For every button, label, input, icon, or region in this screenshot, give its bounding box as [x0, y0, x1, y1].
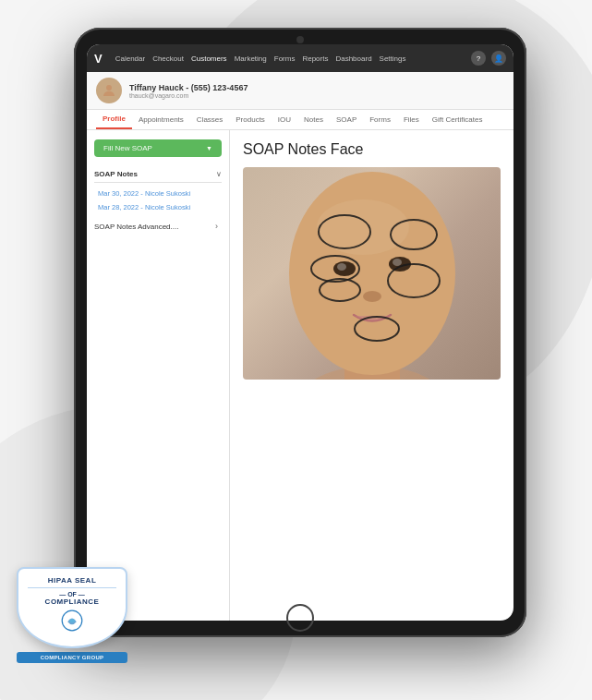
sub-nav: Profile Appointments Classes Products IO…: [87, 110, 513, 130]
nav-item-forms[interactable]: Forms: [274, 54, 296, 63]
tab-appointments[interactable]: Appointments: [132, 111, 190, 128]
nav-logo: V: [94, 52, 103, 66]
tab-soap[interactable]: SOAP: [330, 111, 363, 128]
hipaa-divider: [28, 587, 116, 588]
dropdown-arrow-icon: ▼: [206, 145, 212, 151]
help-icon[interactable]: ?: [471, 51, 486, 66]
soap-notes-section-header[interactable]: SOAP Notes ∨: [94, 166, 222, 183]
tab-products[interactable]: Products: [229, 111, 272, 128]
nav-bar: V Calendar Checkout Customers Marketing …: [87, 44, 513, 72]
avatar: [96, 78, 122, 103]
hipaa-compliance-text: COMPLIANCE: [28, 597, 116, 606]
soap-entry-2[interactable]: Mar 28, 2022 - Nicole Sukoski: [94, 200, 222, 214]
fill-soap-button[interactable]: Fill New SOAP ▼: [94, 139, 222, 157]
patient-header: Tiffany Hauck - (555) 123-4567 thauck@va…: [87, 72, 513, 110]
nav-right: ? 👤: [471, 51, 506, 66]
patient-email: thauck@vagaro.com: [129, 92, 248, 99]
nav-items: Calendar Checkout Customers Marketing Fo…: [115, 54, 406, 63]
nav-item-settings[interactable]: Settings: [380, 54, 406, 63]
user-icon[interactable]: 👤: [491, 51, 506, 66]
fill-soap-label: Fill New SOAP: [103, 144, 152, 152]
patient-info: Tiffany Hauck - (555) 123-4567 thauck@va…: [129, 83, 248, 99]
face-svg: [252, 167, 492, 380]
ipad-camera: [296, 36, 304, 43]
nav-item-customers[interactable]: Customers: [191, 54, 227, 63]
soap-entry-2-provider: Nicole Sukoski: [145, 203, 190, 211]
tab-profile[interactable]: Profile: [96, 110, 132, 129]
ipad-frame: V Calendar Checkout Customers Marketing …: [74, 28, 526, 637]
soap-entry-1[interactable]: Mar 30, 2022 - Nicole Sukoski: [94, 187, 222, 200]
soap-notes-label: SOAP Notes: [94, 170, 138, 178]
hipaa-shield: HIPAA SEAL — OF — COMPLIANCE: [17, 567, 127, 648]
chevron-right-icon: ›: [215, 222, 218, 231]
nav-item-reports[interactable]: Reports: [302, 54, 328, 63]
svg-point-0: [106, 85, 112, 91]
hipaa-of-text: — OF —: [28, 591, 116, 597]
hipaa-title-line1: HIPAA SEAL: [28, 576, 116, 585]
hipaa-badge: HIPAA SEAL — OF — COMPLIANCE COMPLIANCY …: [17, 567, 127, 663]
content-area: SOAP Notes Face: [230, 130, 513, 621]
svg-point-8: [393, 259, 402, 266]
compliancy-group-logo: [61, 609, 83, 632]
soap-entry-2-date: Mar 28, 2022: [98, 203, 139, 211]
tab-classes[interactable]: Classes: [190, 111, 229, 128]
patient-name: Tiffany Hauck - (555) 123-4567: [129, 83, 248, 92]
soap-notes-advanced-section[interactable]: SOAP Notes Advanced.... ›: [94, 218, 222, 235]
tab-files[interactable]: Files: [397, 111, 426, 128]
soap-advanced-label: SOAP Notes Advanced....: [94, 223, 178, 231]
soap-entry-1-date: Mar 30, 2022: [98, 189, 139, 198]
face-image-container: [243, 167, 501, 380]
nav-item-calendar[interactable]: Calendar: [115, 54, 145, 63]
tab-iou[interactable]: IOU: [272, 111, 297, 128]
nav-item-checkout[interactable]: Checkout: [152, 54, 184, 63]
nav-item-dashboard[interactable]: Dashboard: [335, 54, 371, 63]
ipad-home-button: [286, 604, 314, 632]
svg-point-7: [337, 263, 346, 271]
tab-notes[interactable]: Notes: [297, 111, 330, 128]
main-content: Fill New SOAP ▼ SOAP Notes ∨ Mar 30, 202…: [87, 130, 513, 621]
svg-point-9: [363, 291, 381, 302]
ipad-screen: V Calendar Checkout Customers Marketing …: [87, 44, 513, 621]
chevron-down-icon: ∨: [216, 170, 222, 178]
tab-forms[interactable]: Forms: [363, 111, 397, 128]
hipaa-ribbon: COMPLIANCY GROUP: [17, 652, 127, 663]
tab-gift-certificates[interactable]: Gift Certificates: [426, 111, 489, 128]
face-image: [243, 167, 501, 380]
soap-entry-1-provider: Nicole Sukoski: [145, 189, 190, 198]
sidebar: Fill New SOAP ▼ SOAP Notes ∨ Mar 30, 202…: [87, 130, 230, 621]
page-title: SOAP Notes Face: [243, 141, 501, 158]
nav-item-marketing[interactable]: Marketing: [235, 54, 267, 63]
